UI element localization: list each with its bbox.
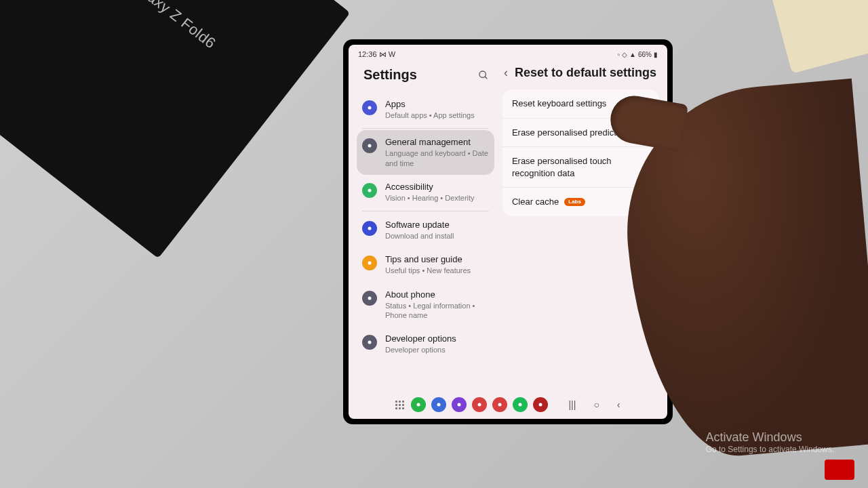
settings-item-icon: [362, 335, 377, 350]
settings-item-title: Apps: [385, 99, 475, 109]
settings-list: AppsDefault apps • App settingsGeneral m…: [357, 92, 494, 362]
svg-point-10: [437, 403, 441, 407]
settings-item-apps[interactable]: AppsDefault apps • App settings: [357, 92, 494, 127]
settings-item-subtitle: Vision • Hearing • Dexterity: [385, 193, 475, 203]
status-indicators: ⋈ W: [379, 50, 395, 58]
svg-point-13: [498, 403, 502, 407]
settings-item-labels: About phoneStatus • Legal information • …: [385, 289, 489, 321]
svg-point-11: [458, 403, 461, 407]
background-product-box: [0, 0, 350, 258]
settings-title: Settings: [363, 67, 417, 83]
recents-button[interactable]: |||: [568, 399, 576, 410]
settings-divider: [362, 211, 489, 211]
settings-item-subtitle: Status • Legal information • Phone name: [385, 301, 489, 321]
device-frame: 12:36 ⋈ W ▫ ◇ ▲ 66% ▮ Settings AppsDefau…: [343, 39, 673, 424]
settings-item-about-phone[interactable]: About phoneStatus • Legal information • …: [357, 283, 494, 327]
settings-item-software-update[interactable]: Software updateDownload and install: [357, 213, 494, 247]
settings-item-title: Developer options: [385, 333, 456, 344]
watermark-subtitle: Go to Settings to activate Windows.: [706, 445, 834, 454]
nfc-icon: ▫: [618, 51, 620, 58]
status-left: 12:36 ⋈ W: [358, 50, 395, 59]
svg-point-7: [368, 296, 372, 300]
reset-option-label: Erase personalised touch recognition dat…: [512, 155, 650, 179]
windows-watermark: Activate Windows Go to Settings to activ…: [706, 430, 834, 454]
status-right: ▫ ◇ ▲ 66% ▮: [618, 51, 658, 58]
svg-point-0: [479, 71, 486, 77]
settings-item-general-management[interactable]: General managementLanguage and keyboard …: [357, 130, 494, 175]
settings-item-labels: AppsDefault apps • App settings: [385, 99, 475, 120]
svg-point-9: [417, 403, 420, 407]
settings-item-labels: Tips and user guideUseful tips • New fea…: [385, 254, 471, 275]
svg-point-5: [368, 227, 372, 230]
back-button[interactable]: ‹: [617, 399, 620, 410]
settings-item-labels: Software updateDownload and install: [385, 220, 454, 241]
background-object-right: [771, 0, 868, 74]
battery-percent: 66%: [638, 51, 652, 58]
settings-header: Settings: [357, 62, 494, 92]
dock-app-camera[interactable]: [492, 397, 507, 412]
dock-app-spotify[interactable]: [513, 397, 528, 412]
settings-item-labels: Developer optionsDeveloper options: [385, 333, 456, 354]
reset-option-label: Reset keyboard settings: [512, 98, 606, 110]
settings-item-title: Accessibility: [385, 182, 475, 192]
watermark-title: Activate Windows: [706, 430, 834, 445]
dock-app-browser[interactable]: [452, 397, 467, 412]
svg-point-12: [478, 403, 481, 407]
settings-item-icon: [362, 256, 377, 270]
settings-item-developer-options[interactable]: Developer optionsDeveloper options: [357, 327, 494, 361]
settings-item-accessibility[interactable]: AccessibilityVision • Hearing • Dexterit…: [357, 175, 494, 209]
navigation-bar: ||| ○ ‹: [349, 394, 667, 415]
settings-item-title: General management: [385, 137, 489, 147]
svg-point-6: [368, 262, 372, 265]
svg-point-2: [368, 106, 372, 110]
settings-divider: [362, 128, 489, 129]
svg-point-8: [368, 341, 372, 344]
dock-apps: [411, 397, 548, 412]
wifi-icon: ◇: [622, 51, 627, 58]
settings-item-labels: General managementLanguage and keyboard …: [385, 137, 489, 168]
settings-item-icon: [362, 183, 377, 198]
detail-title: Reset to default settings: [515, 66, 656, 80]
apps-drawer-icon[interactable]: [395, 401, 404, 409]
signal-icon: ▲: [629, 51, 636, 58]
svg-point-15: [539, 403, 542, 407]
settings-item-tips-and-user-guide[interactable]: Tips and user guideUseful tips • New fea…: [357, 247, 494, 282]
channel-badge: [825, 460, 854, 480]
settings-item-subtitle: Useful tips • New features: [385, 266, 471, 275]
home-button[interactable]: ○: [593, 399, 599, 410]
detail-header: ‹ Reset to default settings: [502, 62, 659, 89]
settings-item-title: About phone: [385, 289, 489, 300]
settings-master-pane: Settings AppsDefault apps • App settings…: [349, 62, 498, 388]
svg-point-14: [519, 403, 522, 407]
dock-app-messages[interactable]: [431, 397, 446, 412]
settings-item-subtitle: Download and install: [385, 231, 454, 241]
search-icon[interactable]: [478, 70, 489, 81]
dock-app-reader[interactable]: [533, 397, 548, 412]
labs-badge: Labs: [564, 198, 585, 207]
settings-item-title: Tips and user guide: [385, 254, 471, 264]
settings-item-subtitle: Language and keyboard • Date and time: [385, 148, 489, 168]
svg-point-3: [368, 144, 372, 148]
settings-item-icon: [362, 291, 377, 306]
settings-item-subtitle: Developer options: [385, 345, 456, 354]
system-nav: ||| ○ ‹: [568, 399, 620, 410]
settings-item-title: Software update: [385, 220, 454, 230]
settings-item-icon: [362, 221, 377, 236]
svg-point-4: [368, 188, 372, 192]
status-bar: 12:36 ⋈ W ▫ ◇ ▲ 66% ▮: [349, 45, 667, 62]
settings-item-subtitle: Default apps • App settings: [385, 110, 475, 120]
battery-icon: ▮: [654, 51, 658, 58]
dock-app-contacts[interactable]: [472, 397, 487, 412]
reset-option-label: Clear cache: [512, 196, 559, 208]
settings-item-labels: AccessibilityVision • Hearing • Dexterit…: [385, 182, 475, 203]
dock-app-phone[interactable]: [411, 397, 426, 412]
status-time: 12:36: [358, 50, 377, 58]
svg-line-1: [485, 77, 487, 79]
back-icon[interactable]: ‹: [504, 66, 508, 80]
settings-item-icon: [362, 100, 377, 115]
settings-item-icon: [362, 138, 377, 153]
